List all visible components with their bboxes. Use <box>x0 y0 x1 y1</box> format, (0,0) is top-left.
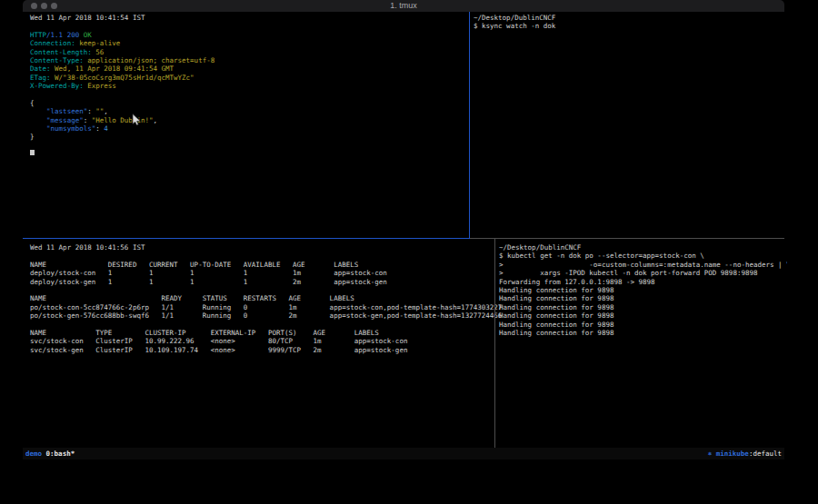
terminal-line <box>30 286 502 294</box>
terminal-line: Connection: keep-alive <box>30 39 476 47</box>
terminal-line: po/stock-con-5cc874766c-2p6rp 1/1 Runnin… <box>30 303 502 311</box>
terminal-line: "message": "Hello Dublin!", <box>30 116 476 124</box>
desktop-background: 1. tmux Wed 11 Apr 2018 10:41:54 IST HTT… <box>0 0 818 504</box>
terminal-line: svc/stock-con ClusterIP 10.99.222.96 <no… <box>30 337 502 345</box>
pane-border-vertical-top[interactable] <box>469 12 470 239</box>
terminal-line: NAME DESIRED CURRENT UP-TO-DATE AVAILABL… <box>30 261 502 269</box>
terminal-line: $ kubectl get -n dok po --selector=app=s… <box>499 252 787 260</box>
terminal-line: } <box>30 133 476 141</box>
terminal-line: Handling connection for 9898 <box>499 329 787 337</box>
terminal-line: "lastseen": "", <box>30 107 476 115</box>
terminal-line <box>30 150 476 158</box>
mouse-cursor <box>132 114 142 126</box>
pane-http-response[interactable]: Wed 11 Apr 2018 10:41:54 IST HTTP/1.1 20… <box>23 12 476 240</box>
terminal-line: NAME READY STATUS RESTARTS AGE LABELS <box>30 294 502 302</box>
terminal-line: Wed 11 Apr 2018 10:41:56 IST <box>30 243 502 252</box>
window-title: 1. tmux <box>23 1 784 10</box>
terminal-line: "numsymbols": 4 <box>30 124 476 133</box>
terminal-line <box>30 252 502 260</box>
tmux-status-bar: demo 0:bash* ⎈ minikube:default <box>23 448 784 460</box>
terminal-line: { <box>30 99 476 107</box>
terminal-line <box>30 91 476 99</box>
terminal-line: Handling connection for 9898 <box>499 286 787 294</box>
terminal-line: Handling connection for 9898 <box>499 303 787 311</box>
terminal-line: Handling connection for 9898 <box>499 294 787 302</box>
kube-context: minikube <box>716 450 749 458</box>
pane-port-forward[interactable]: ~/Desktop/DublinCNCF$ kubectl get -n dok… <box>496 239 787 452</box>
terminal-line: Forwarding from 127.0.0.1:9898 -> 9898 <box>499 278 787 286</box>
status-left: demo 0:bash* <box>25 448 75 460</box>
terminal-line: ~/Desktop/DublinCNCF <box>474 14 787 22</box>
terminal-line <box>30 142 476 150</box>
terminal-line: deploy/stock-gen 1 1 1 1 2m app=stock-ge… <box>30 278 502 286</box>
window-titlebar[interactable]: 1. tmux <box>23 0 784 12</box>
terminal-line: deploy/stock-con 1 1 1 1 1m app=stock-co… <box>30 269 502 277</box>
terminal-line: Date: Wed, 11 Apr 2018 09:41:54 GMT <box>30 64 476 73</box>
terminal-line: svc/stock-gen ClusterIP 10.109.197.74 <n… <box>30 346 502 354</box>
kube-namespace: :default <box>749 450 782 458</box>
session-name: demo <box>25 450 42 458</box>
terminal-line: Wed 11 Apr 2018 10:41:54 IST <box>30 14 476 22</box>
pane-ksync-watch[interactable]: ~/Desktop/DublinCNCF$ ksync watch -n dok <box>471 12 787 240</box>
pane-border-vertical-bottom[interactable] <box>494 239 495 448</box>
terminal-line: $ ksync watch -n dok <box>474 22 787 30</box>
pane-kubectl-resources[interactable]: Wed 11 Apr 2018 10:41:56 IST NAME DESIRE… <box>23 239 502 452</box>
terminal-line: > -o=custom-columns=:metadata.name --no-… <box>499 261 787 269</box>
terminal-line: ~/Desktop/DublinCNCF <box>499 243 787 252</box>
terminal-line: > xargs -IPOD kubectl -n dok port-forwar… <box>499 269 787 277</box>
terminal-line: Handling connection for 9898 <box>499 311 787 320</box>
window-tab-bash[interactable]: 0:bash* <box>46 450 75 458</box>
terminal-line: Content-Type: application/json; charset=… <box>30 56 476 64</box>
terminal-line: Handling connection for 9898 <box>499 321 787 329</box>
terminal-line: Content-Length: 56 <box>30 48 476 56</box>
terminal-line: NAME TYPE CLUSTER-IP EXTERNAL-IP PORT(S)… <box>30 329 502 337</box>
terminal-line <box>30 321 502 329</box>
terminal-cursor <box>30 150 35 155</box>
terminal-line: po/stock-gen-576cc688bb-swqf6 1/1 Runnin… <box>30 311 502 320</box>
terminal-line <box>30 22 476 30</box>
terminal-window: 1. tmux Wed 11 Apr 2018 10:41:54 IST HTT… <box>23 0 784 460</box>
terminal-line: HTTP/1.1 200 OK <box>30 31 476 39</box>
terminal-line: X-Powered-By: Express <box>30 82 476 90</box>
status-right: ⎈ minikube:default <box>708 448 782 460</box>
helm-wheel-icon: ⎈ <box>708 450 716 458</box>
terminal-line: ETag: W/"38-05coCsrg3mQ75sHr1d/qcMTwYZc" <box>30 74 476 82</box>
